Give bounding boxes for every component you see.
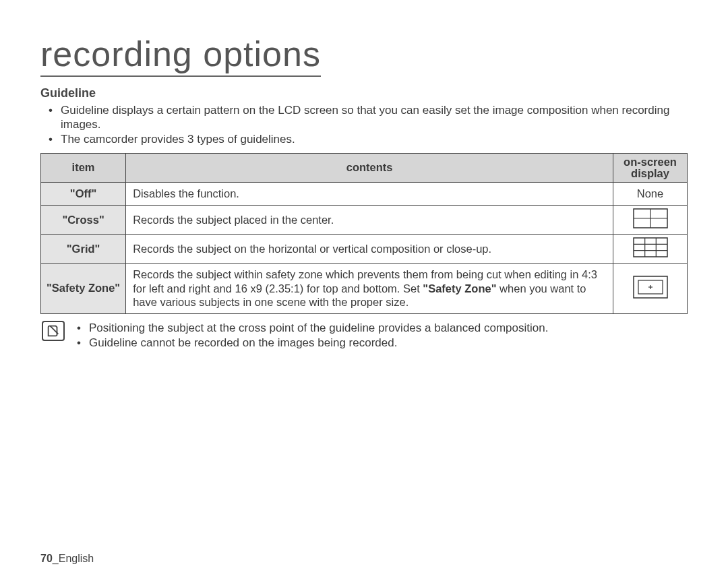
item-safety: "Safety Zone" [41,264,126,314]
table-row: "Grid" Records the subject on the horizo… [41,235,688,264]
note-block: Positioning the subject at the cross poi… [42,321,688,350]
item-cross: "Cross" [41,206,126,235]
page-title: recording options [40,34,321,77]
header-osd-line2: display [631,167,669,179]
header-item: item [41,153,126,183]
contents-cross: Records the subject placed in the center… [126,206,613,235]
note-bullet: Guideline cannot be recorded on the imag… [77,336,688,350]
guideline-table: item contents on-screen display "Off" Di… [40,153,688,314]
table-row: "Cross" Records the subject placed in th… [41,206,688,235]
page-footer: 70_English [40,553,94,565]
osd-safety [613,264,688,314]
safety-zone-icon [633,276,668,301]
footer-lang: English [59,553,94,564]
contents-grid: Records the subject on the horizontal or… [126,235,613,264]
grid-guide-icon [633,237,668,260]
intro-list: Guideline displays a certain pattern on … [49,103,688,146]
safety-text-bold: "Safety Zone" [423,282,496,295]
osd-grid [613,235,688,264]
table-row: "Off" Disables the function. None [41,183,688,206]
footer-sep: _ [53,553,59,564]
note-icon [42,321,65,341]
header-osd: on-screen display [613,153,688,183]
page-number: 70 [40,553,53,564]
contents-safety: Records the subject within safety zone w… [126,264,613,314]
note-bullet: Positioning the subject at the cross poi… [77,321,688,336]
contents-off: Disables the function. [126,183,613,206]
cross-guide-icon [633,208,668,231]
intro-bullet: Guideline displays a certain pattern on … [49,103,688,132]
item-off: "Off" [41,183,126,206]
table-row: "Safety Zone" Records the subject within… [41,264,688,314]
note-list: Positioning the subject at the cross poi… [77,321,688,350]
section-heading: Guideline [40,86,688,100]
intro-bullet: The camcorder provides 3 types of guidel… [49,132,688,146]
svg-rect-3 [634,238,667,257]
header-osd-line1: on-screen [624,156,677,168]
osd-cross [613,206,688,235]
osd-off: None [613,183,688,206]
item-grid: "Grid" [41,235,126,264]
header-contents: contents [126,153,613,183]
